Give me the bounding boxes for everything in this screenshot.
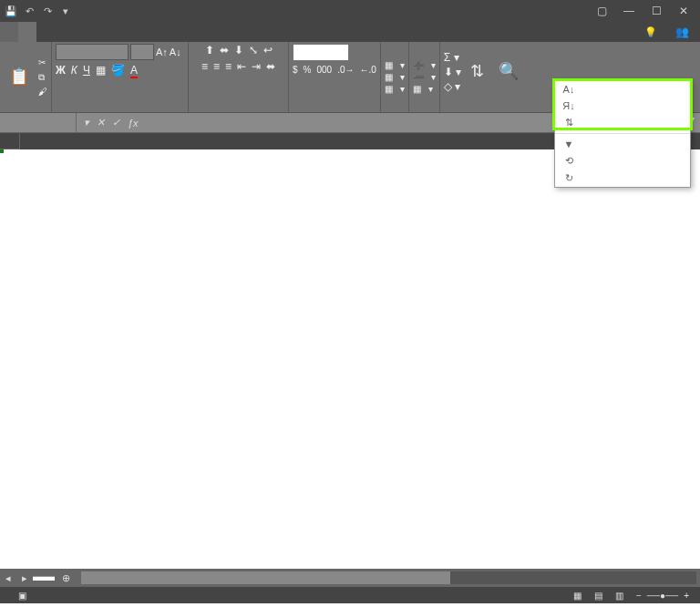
font-size-input[interactable] — [130, 44, 154, 60]
scrollbar-thumb[interactable] — [81, 571, 450, 584]
filter-icon: ▼ — [562, 139, 575, 149]
tab-formulas[interactable] — [73, 22, 91, 42]
indent-inc-icon[interactable]: ⇥ — [252, 60, 261, 73]
tab-data[interactable] — [91, 22, 109, 42]
zoom-slider[interactable]: ──●── — [647, 591, 678, 601]
undo-icon[interactable]: ↶ — [22, 5, 36, 17]
font-color-icon[interactable]: А — [130, 64, 138, 77]
tab-developer[interactable] — [146, 22, 164, 42]
ribbon-opts-icon[interactable]: ▢ — [589, 5, 614, 17]
insert-cells-button[interactable]: ➕▾ — [413, 60, 436, 70]
menu-separator — [555, 133, 690, 134]
namebox-dropdown-icon[interactable]: ▾ — [84, 117, 89, 129]
cut-icon[interactable]: ✂ — [38, 57, 47, 69]
fx-icon[interactable]: ƒx — [128, 118, 139, 129]
font-name-input[interactable] — [56, 44, 129, 60]
align-left-icon[interactable]: ≡ — [201, 60, 208, 73]
sheet-tab[interactable] — [33, 576, 55, 581]
add-sheet-icon[interactable]: ⊕ — [55, 572, 77, 584]
find-select-button[interactable]: 🔍 — [493, 59, 524, 85]
qat-more-icon[interactable]: ▾ — [58, 5, 73, 17]
group-editing: Σ ▾ ⬇ ▾ ◇ ▾ ⇅ 🔍 — [440, 42, 528, 112]
cell-styles-button[interactable]: ▦▾ — [385, 84, 405, 94]
number-format-select[interactable] — [293, 44, 349, 61]
grow-font-icon[interactable]: A↑ — [156, 46, 168, 57]
currency-icon[interactable]: $ — [293, 65, 298, 75]
view-normal-icon[interactable]: ▦ — [573, 591, 582, 601]
enter-formula-icon[interactable]: ✓ — [112, 117, 120, 129]
view-pagebreak-icon[interactable]: ▥ — [615, 591, 623, 601]
align-right-icon[interactable]: ≡ — [225, 60, 232, 73]
tell-me[interactable]: 💡 — [637, 22, 668, 42]
tab-file[interactable] — [0, 22, 18, 42]
autosum-icon[interactable]: Σ ▾ — [444, 51, 461, 64]
close-icon[interactable]: ✕ — [671, 5, 696, 17]
cond-format-button[interactable]: ▦▾ — [385, 60, 405, 70]
redo-icon[interactable]: ↷ — [40, 5, 55, 17]
zoom-out-icon[interactable]: − — [636, 591, 642, 601]
menu-sort-az[interactable]: A↓ — [555, 81, 690, 98]
status-bar: ▣ ▦ ▤ ▥ − ──●── + — [0, 587, 700, 603]
delete-cells-button[interactable]: ➖▾ — [413, 72, 436, 82]
worksheet-grid[interactable] — [0, 149, 700, 569]
tab-pagelayout[interactable] — [55, 22, 73, 42]
paste-button[interactable]: 📋 — [4, 65, 35, 90]
clear-icon[interactable]: ◇ ▾ — [444, 80, 461, 93]
select-all-cell[interactable] — [0, 133, 20, 149]
find-icon: 🔍 — [499, 61, 519, 81]
clear-filter-icon: ⟲ — [562, 155, 575, 167]
horizontal-scrollbar[interactable] — [81, 571, 696, 584]
tab-review[interactable] — [109, 22, 128, 42]
tab-view[interactable] — [128, 22, 146, 42]
orientation-icon[interactable]: ⤡ — [249, 44, 258, 57]
macro-record-icon[interactable]: ▣ — [18, 591, 26, 601]
chevron-down-icon: ▾ — [400, 72, 405, 82]
sheet-nav-next-icon[interactable]: ▸ — [16, 572, 33, 584]
cancel-formula-icon[interactable]: ✕ — [97, 117, 105, 129]
inc-decimal-icon[interactable]: .0→ — [337, 65, 354, 75]
bold-icon[interactable]: Ж — [56, 64, 66, 77]
group-clipboard: 📋 ✂ ⧉ 🖌 — [0, 42, 52, 112]
dec-decimal-icon[interactable]: ←.0 — [360, 65, 376, 75]
fill-icon[interactable]: ⬇ ▾ — [444, 66, 461, 78]
tab-home[interactable] — [18, 22, 36, 42]
format-painter-icon[interactable]: 🖌 — [38, 86, 47, 98]
align-bottom-icon[interactable]: ⬇ — [234, 44, 243, 57]
sort-filter-menu: A↓ Я↓ ⇅ ▼ ⟲ ↻ — [554, 80, 691, 188]
ribbon-tabs: 💡 👥 — [0, 22, 700, 42]
comma-icon[interactable]: 000 — [316, 65, 332, 75]
tab-insert[interactable] — [36, 22, 55, 42]
view-pagelayout-icon[interactable]: ▤ — [594, 591, 602, 601]
underline-icon[interactable]: Ч — [83, 64, 90, 77]
italic-icon[interactable]: К — [71, 64, 77, 77]
percent-icon[interactable]: % — [304, 65, 312, 75]
menu-custom-sort[interactable]: ⇅ — [555, 114, 690, 131]
sort-filter-button[interactable]: ⇅ — [465, 59, 489, 85]
window-controls: ▢ — ☐ ✕ — [589, 5, 696, 17]
merge-icon[interactable]: ⬌ — [266, 60, 275, 73]
sheet-nav-prev-icon[interactable]: ◂ — [0, 572, 16, 584]
fill-color-icon[interactable]: 🪣 — [111, 64, 125, 77]
wrap-text-icon[interactable]: ↩ — [263, 44, 273, 57]
save-icon[interactable]: 💾 — [4, 5, 18, 17]
copy-icon[interactable]: ⧉ — [38, 71, 47, 84]
indent-dec-icon[interactable]: ⇤ — [237, 60, 246, 73]
border-icon[interactable]: ▦ — [96, 64, 106, 77]
format-table-button[interactable]: ▦▾ — [385, 72, 405, 82]
align-top-icon[interactable]: ⬆ — [205, 44, 214, 57]
maximize-icon[interactable]: ☐ — [643, 5, 669, 17]
format-cells-button[interactable]: ▦▾ — [413, 84, 436, 94]
menu-sort-za[interactable]: Я↓ — [555, 98, 690, 114]
sheet-tab-bar: ◂ ▸ ⊕ — [0, 569, 700, 587]
menu-filter[interactable]: ▼ — [555, 136, 690, 152]
zoom-in-icon[interactable]: + — [684, 591, 689, 601]
align-middle-icon[interactable]: ⬌ — [220, 44, 229, 57]
share-button[interactable]: 👥 — [668, 22, 700, 42]
zoom-control[interactable]: − ──●── + — [636, 591, 695, 601]
shrink-font-icon[interactable]: A↓ — [170, 46, 181, 57]
align-center-icon[interactable]: ≡ — [213, 60, 220, 73]
table-icon: ▦ — [385, 72, 393, 82]
quick-access-toolbar: 💾 ↶ ↷ ▾ — [4, 5, 73, 17]
name-box[interactable] — [0, 113, 77, 132]
minimize-icon[interactable]: — — [616, 5, 642, 17]
